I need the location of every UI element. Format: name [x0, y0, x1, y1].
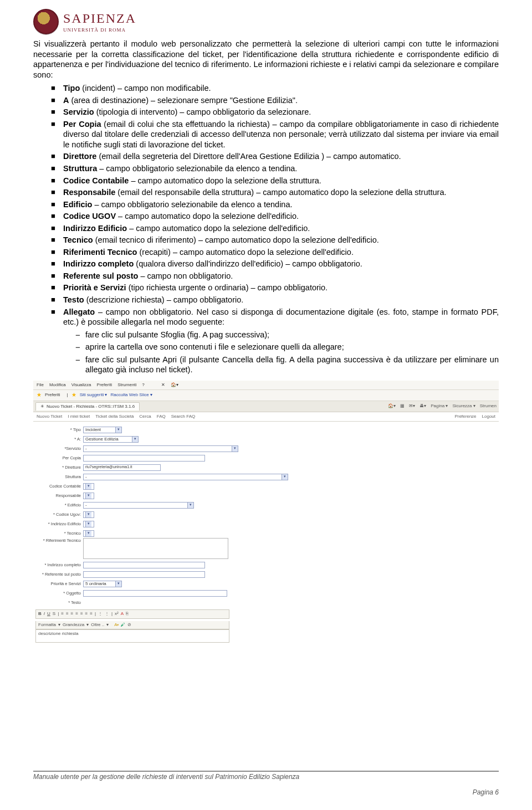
oggetto-label: * Oggetto [35, 591, 83, 596]
tipo-select[interactable]: Incident [83, 427, 122, 433]
nav-search[interactable]: Cerca [139, 414, 151, 419]
browser-toolbar: 🏠▾ ▦ ✉▾ 🖶▾ Pagina ▾ Sicurezza ▾ Strumen [388, 403, 497, 409]
percopia-input[interactable] [83, 455, 205, 462]
more-select[interactable]: Oltre .. [91, 622, 104, 628]
referente-input[interactable] [83, 571, 205, 578]
responsabile-label: Responsabile [35, 493, 83, 499]
list-icon[interactable]: ≡ [85, 611, 88, 617]
tools-menu[interactable]: Strumen [480, 403, 497, 409]
indedif-select[interactable] [83, 521, 94, 527]
list-icon[interactable]: ≡ [80, 611, 83, 617]
embedded-screenshot: File Modifica Visualizza Preferiti Strum… [33, 381, 499, 645]
list-item: Priorità e Servizi (tipo richiesta urgen… [51, 283, 499, 293]
logo-text: SAPIENZA UNIVERSITÀ DI ROMA [63, 10, 136, 33]
crest-icon [33, 9, 59, 34]
list-item: Direttore (email della segreteria del Di… [51, 151, 499, 162]
home-icon[interactable]: 🏠▾ [171, 382, 178, 388]
sub-item: aprire la cartella ove sono contenuti i … [75, 342, 499, 352]
oggetto-input[interactable] [83, 590, 227, 597]
underline-icon[interactable]: U [47, 611, 50, 617]
format-select[interactable]: Formatta [38, 622, 56, 628]
align-icon[interactable]: ≡ [66, 611, 69, 617]
fav-item[interactable]: Siti suggeriti ▾ [80, 392, 108, 398]
list-item: Tecnico (email tecnico di riferimento) –… [51, 235, 499, 245]
codugov-select[interactable] [83, 511, 94, 518]
ticket-form: * TipoIncident * A:Gestione Edilizia *Se… [33, 422, 499, 644]
responsabile-select[interactable] [83, 493, 94, 499]
color-icon[interactable]: A [121, 611, 124, 617]
servizio-label: *Servizio [35, 446, 83, 452]
highlight-icon[interactable]: A▪ [114, 622, 119, 628]
codcont-label: Codice Contabile [35, 484, 83, 489]
nav-logout[interactable]: Logout [482, 414, 495, 419]
paste-icon[interactable]: ⎘ [126, 611, 129, 617]
list-item: Allegato – campo non obbligatorio. Nel c… [51, 307, 499, 375]
italic-icon[interactable]: I [44, 611, 45, 617]
menu-tools[interactable]: Strumenti [117, 382, 136, 388]
sub-item: fare clic sul pulsante Sfoglia (fig. A p… [75, 330, 499, 340]
brand-sub: UNIVERSITÀ DI ROMA [63, 27, 136, 34]
list-item: Tipo (incident) – campo non modificabile… [51, 83, 499, 94]
struttura-label: Struttura [35, 474, 83, 480]
favorites-label[interactable]: Preferiti [45, 392, 60, 398]
brand: SAPIENZA [63, 10, 136, 27]
favorites-bar: ★ Preferiti | ★ Siti suggeriti ▾ Raccolt… [33, 390, 499, 401]
align-icon[interactable]: ≡ [75, 611, 78, 617]
list-item: A (area di destinazione) – selezionare s… [51, 95, 499, 106]
list-item: Per Copia (email di colui che sta effett… [51, 119, 499, 150]
nav-mytickets[interactable]: I miei ticket [68, 414, 90, 419]
align-icon[interactable]: ≡ [71, 611, 74, 617]
fav-item[interactable]: Raccolta Web Slice ▾ [110, 392, 152, 398]
strike-icon[interactable]: S [53, 611, 55, 617]
list-item: Responsabile (email del responsabile del… [51, 187, 499, 198]
codcont-select[interactable] [83, 483, 94, 490]
referente-label: * Referente sul posto [35, 572, 83, 577]
indcomp-input[interactable] [83, 562, 205, 568]
nav-companytickets[interactable]: Ticket della Società [95, 414, 134, 419]
menu-help[interactable]: ? [142, 382, 144, 388]
menu-fav[interactable]: Preferiti [97, 382, 112, 388]
riftec-textarea[interactable] [83, 538, 228, 559]
security-menu[interactable]: Sicurezza ▾ [452, 403, 475, 409]
servizio-select[interactable]: - [83, 445, 238, 452]
list-icon[interactable]: ≡ [90, 611, 93, 617]
nav-faq[interactable]: FAQ [157, 414, 166, 419]
browser-tab[interactable]: ✳ Nuovo Ticket - Richiesta - OTRS::ITSM … [35, 402, 140, 411]
menu-view[interactable]: Visualizza [71, 382, 91, 388]
home-icon[interactable]: 🏠▾ [388, 403, 396, 409]
a-select[interactable]: Gestione Edilizia [83, 436, 139, 443]
nav-searchfaq[interactable]: Search FAQ [171, 414, 196, 419]
rte-editor[interactable]: descrizione richiesta [35, 629, 229, 643]
menu-file[interactable]: File [37, 382, 44, 388]
align-icon[interactable]: ≡ [61, 611, 64, 617]
indent-icon[interactable]: ⋮ [98, 611, 103, 617]
priorita-select[interactable]: 5 ordinaria [83, 581, 122, 587]
list-item: Indirizzo Edificio – campo automatico do… [51, 223, 499, 234]
testo-label: * Testo [35, 600, 83, 606]
mail-icon[interactable]: ✉▾ [409, 403, 415, 409]
tab-title: Nuovo Ticket - Richiesta - OTRS::ITSM 3.… [47, 404, 135, 409]
size-select[interactable]: Grandezza [63, 622, 84, 628]
tecnico-select[interactable] [83, 530, 94, 537]
logo: SAPIENZA UNIVERSITÀ DI ROMA [33, 9, 499, 34]
page: SAPIENZA UNIVERSITÀ DI ROMA Si visualizz… [0, 0, 532, 810]
star-icon[interactable]: ★ [37, 392, 42, 399]
clear-icon[interactable]: ⊘ [127, 622, 131, 628]
outdent-icon[interactable]: ⋮ [105, 611, 109, 617]
edificio-select[interactable]: - [83, 502, 194, 509]
indedif-label: * Indirizzo Edificio [35, 521, 83, 527]
struttura-select[interactable]: - [83, 474, 288, 480]
super-icon[interactable]: x² [115, 611, 119, 617]
menu-edit[interactable]: Modifica [49, 382, 66, 388]
bold-icon[interactable]: B [38, 611, 42, 617]
print-icon[interactable]: 🖶▾ [420, 403, 426, 409]
direttore-input[interactable]: riu7segreteria@uniroma1.it [83, 464, 161, 471]
close-tab-icon[interactable]: ✕ [161, 382, 165, 388]
nav-prefs[interactable]: Preferenze [454, 414, 476, 419]
otrs-navbar: Nuovo Ticket I miei ticket Ticket della … [33, 412, 499, 422]
feed-icon[interactable]: ▦ [400, 403, 405, 409]
page-menu[interactable]: Pagina ▾ [431, 403, 448, 409]
nav-newticket[interactable]: Nuovo Ticket [37, 414, 62, 419]
footer-page: Pagina 6 [33, 788, 499, 797]
bgcolor-icon[interactable]: 🖌 [121, 622, 125, 628]
